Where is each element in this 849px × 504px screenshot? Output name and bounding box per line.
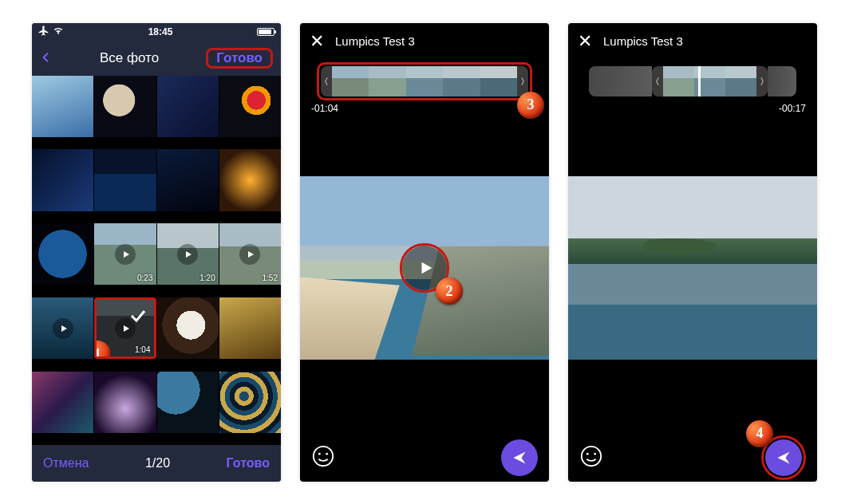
grid-item[interactable] <box>32 76 93 137</box>
airplane-icon <box>38 25 49 38</box>
nav-bar: Все фото Готово <box>32 41 281 76</box>
preview-header: ✕ Lumpics Test 3 <box>300 23 549 60</box>
video-duration: 1:52 <box>263 274 278 282</box>
photo-grid[interactable]: 0:23 1:20 1:52 1:04 1 <box>32 76 281 445</box>
play-icon <box>177 244 198 265</box>
play-icon <box>239 244 260 265</box>
playhead[interactable] <box>698 66 701 96</box>
grid-item[interactable] <box>219 76 281 137</box>
trim-area <box>568 60 817 103</box>
grid-item[interactable] <box>219 297 281 359</box>
video-frame[interactable]: 2 <box>300 176 549 360</box>
done-button-bottom[interactable]: Готово <box>227 456 270 471</box>
grid-item-video[interactable]: 1:20 <box>157 223 219 285</box>
svg-point-0 <box>314 446 333 465</box>
play-icon <box>53 318 73 339</box>
trim-handle-left[interactable] <box>321 66 332 96</box>
video-area: 2 <box>300 103 549 434</box>
svg-point-3 <box>582 446 601 465</box>
step-badge-1: 1 <box>94 341 111 359</box>
preview-footer <box>300 434 549 482</box>
play-icon <box>115 318 136 339</box>
chat-name: Lumpics Test 3 <box>335 34 415 48</box>
trim-handle-left[interactable] <box>652 66 663 96</box>
grid-item[interactable] <box>157 76 219 137</box>
video-duration: 0:23 <box>137 274 152 282</box>
video-duration: 1:20 <box>199 274 215 282</box>
grid-item[interactable] <box>219 372 281 433</box>
svg-point-5 <box>594 452 596 455</box>
grid-item[interactable] <box>32 223 93 285</box>
send-button[interactable] <box>501 439 538 476</box>
step-badge-4: 4 <box>746 420 773 447</box>
video-duration: 1:04 <box>135 345 150 354</box>
back-icon[interactable] <box>40 48 53 69</box>
timecode: -00:17 <box>779 103 806 114</box>
trim-bar[interactable] <box>589 66 796 96</box>
step-badge-2: 2 <box>436 278 463 305</box>
grid-item[interactable] <box>219 149 281 211</box>
bottom-bar: Отмена 1/20 Готово <box>32 445 281 482</box>
chat-name: Lumpics Test 3 <box>603 34 683 48</box>
svg-point-2 <box>326 452 328 455</box>
preview-footer: 4 <box>568 434 817 482</box>
video-area <box>568 103 817 434</box>
timecode: -01:04 <box>311 103 338 114</box>
sticker-button[interactable] <box>579 444 606 471</box>
grid-item-video[interactable]: 1:52 <box>219 223 281 285</box>
trim-handle-right[interactable] <box>756 66 768 96</box>
close-icon[interactable]: ✕ <box>578 31 592 52</box>
cancel-button[interactable]: Отмена <box>43 456 89 471</box>
step-badge-3: 3 <box>517 92 544 119</box>
grid-item[interactable] <box>157 372 219 433</box>
done-button-top[interactable]: Готово <box>208 47 270 69</box>
preview-header: ✕ Lumpics Test 3 <box>568 23 817 60</box>
screen-video-trimmed: ✕ Lumpics Test 3 -00:17 <box>568 23 817 482</box>
grid-item[interactable] <box>32 149 93 211</box>
svg-point-4 <box>586 452 589 455</box>
sticker-button[interactable] <box>311 444 338 471</box>
grid-item[interactable] <box>157 297 219 359</box>
play-icon <box>115 244 136 265</box>
status-bar: 18:45 <box>32 23 281 41</box>
grid-item[interactable] <box>32 372 93 433</box>
video-frame[interactable] <box>568 176 817 360</box>
battery-icon <box>257 28 274 36</box>
trim-area: 3 <box>300 60 549 103</box>
grid-item[interactable] <box>94 372 156 433</box>
picker-title: Все фото <box>100 50 159 66</box>
selection-count: 1/20 <box>145 456 170 471</box>
screen-video-preview: ✕ Lumpics Test 3 3 -01:04 <box>300 23 549 482</box>
grid-item-video-selected[interactable]: 1:04 1 <box>94 297 156 359</box>
trim-bar[interactable] <box>321 66 528 96</box>
close-icon[interactable]: ✕ <box>310 31 324 52</box>
grid-item[interactable] <box>157 149 219 211</box>
wifi-icon <box>53 25 64 38</box>
grid-item[interactable] <box>94 76 156 137</box>
grid-item-video[interactable] <box>32 297 93 359</box>
screen-photo-picker: 18:45 Все фото Готово <box>32 23 281 482</box>
grid-item[interactable] <box>94 149 156 211</box>
svg-point-1 <box>318 452 321 455</box>
status-clock: 18:45 <box>148 26 173 37</box>
send-button[interactable] <box>765 439 802 476</box>
grid-item-video[interactable]: 0:23 <box>94 223 156 285</box>
